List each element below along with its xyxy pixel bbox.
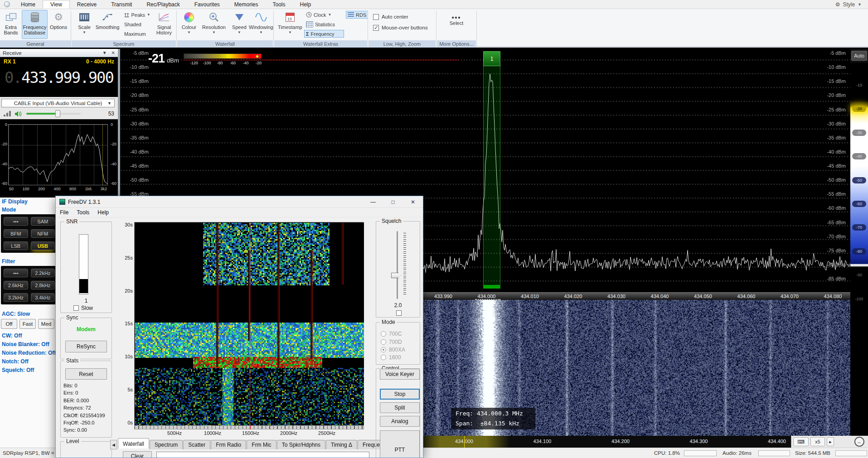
extra-bands-button[interactable]: Extra Bands — [1, 10, 21, 39]
squelch-slider-handle[interactable] — [391, 273, 401, 278]
range-slider-label[interactable]: -70 — [852, 224, 866, 231]
squelch-slider-track[interactable] — [397, 231, 398, 299]
range-slider-label[interactable]: -20 — [852, 106, 866, 112]
auto-range-button[interactable]: Auto — [851, 51, 867, 61]
minimize-button[interactable]: — — [363, 196, 383, 207]
filter-button[interactable]: 2.8kHz — [31, 281, 55, 289]
maximum-button[interactable]: Maximum — [122, 30, 152, 38]
colour-button[interactable]: Colour▼ — [179, 10, 199, 39]
mouse-over-buttons-checkbox[interactable]: Mouse-over buttons — [373, 24, 428, 32]
menu-item[interactable]: Favourites — [187, 0, 227, 9]
tuned-channel-highlight[interactable] — [483, 51, 500, 289]
range-slider-label[interactable]: -90 — [852, 272, 866, 278]
mode-radio[interactable]: 1600 — [381, 354, 401, 361]
agc-button[interactable]: Off — [1, 319, 17, 329]
menu-item[interactable]: Receive — [70, 0, 104, 9]
ptt-button[interactable]: PTT — [380, 430, 420, 458]
rx-marker-1[interactable]: 1 — [483, 51, 500, 66]
zoom-level-button[interactable]: x5 — [810, 437, 825, 446]
range-slider-label[interactable]: -40 — [852, 153, 866, 159]
menu-item[interactable]: Tools — [266, 0, 293, 9]
freedv-waterfall-plot[interactable] — [134, 222, 364, 425]
freedv-tab[interactable]: Scatter — [183, 440, 210, 449]
menu-item[interactable]: Rec/Playback — [139, 0, 187, 9]
freedv-tab[interactable]: Waterfall — [118, 438, 149, 448]
panel-close-icon[interactable]: ✕ — [112, 50, 115, 55]
menu-item[interactable]: Home — [14, 0, 43, 9]
split-button[interactable]: Split — [380, 402, 420, 413]
app-icon[interactable] — [0, 0, 14, 9]
shaded-button[interactable]: Shaded — [122, 20, 152, 28]
stop-button[interactable]: Stop — [380, 389, 420, 400]
freedv-menu-item[interactable]: File — [56, 209, 73, 216]
squelch-checkbox[interactable] — [396, 310, 402, 316]
settings-gear-icon[interactable]: ⚙ — [835, 1, 840, 8]
menu-item[interactable]: Transmit — [104, 0, 139, 9]
volume-slider[interactable] — [26, 113, 81, 115]
range-slider-label[interactable]: -10 — [852, 82, 866, 88]
waterfall-palette-bar[interactable] — [184, 53, 262, 59]
palette-marker-dot[interactable] — [256, 55, 259, 58]
auto-center-checkbox[interactable]: Auto center — [373, 13, 428, 21]
freedv-menu-item[interactable]: Tools — [73, 209, 93, 216]
freedv-tab[interactable]: Spectrum — [150, 440, 183, 449]
freedv-window[interactable]: FreeDV 1.3.1 — □ ✕ FileToolsHelp SNR 1 S… — [55, 196, 423, 458]
zoom-arrow-button[interactable]: ▸ — [827, 437, 834, 446]
receive-panel-header[interactable]: Receive ▼ ✕ — [0, 49, 118, 57]
panel-dropdown-icon[interactable]: ▼ — [102, 50, 107, 55]
smoothing-button[interactable]: Smoothing — [94, 10, 121, 39]
range-slider-label[interactable]: -80 — [852, 248, 866, 255]
range-slider-label[interactable]: -100 — [852, 296, 866, 302]
options-button[interactable]: ⚙ Options — [48, 10, 68, 39]
speed-button[interactable]: Speed▼ — [229, 10, 249, 39]
tab-scroll-left-button[interactable]: ◀ — [110, 440, 117, 449]
dsp-status-label[interactable]: Noise Reduction: Off — [2, 350, 57, 356]
resync-button[interactable]: ReSync — [65, 341, 107, 352]
frequ ency-database-button[interactable]: Frequency Database — [22, 10, 48, 39]
range-slider-label[interactable]: -60 — [852, 201, 866, 207]
timestamp-button[interactable]: Timestamp▼ — [278, 10, 302, 39]
signal-history-button[interactable]: Signal History — [153, 10, 175, 39]
menu-item[interactable]: Memories — [227, 0, 266, 9]
agc-button[interactable]: Med — [38, 319, 54, 329]
freedv-tab[interactable]: Frm Mic — [247, 440, 276, 449]
tuned-frequency[interactable]: 0.433.999.900 — [0, 68, 118, 87]
dsp-status-label[interactable]: Squelch: Off — [2, 367, 57, 373]
freedv-tab[interactable]: To Spkr/Hdphns — [277, 440, 325, 449]
peaks-button[interactable]: Peaks▼ — [122, 11, 152, 19]
voice-keyer-button[interactable]: Voice Keyer — [380, 369, 420, 380]
speaker-icon[interactable] — [15, 111, 23, 117]
analog-button[interactable]: Analog — [380, 416, 420, 427]
mode-radio[interactable]: 700C — [381, 331, 402, 337]
freedv-titlebar[interactable]: FreeDV 1.3.1 — □ ✕ — [56, 196, 423, 208]
clear-button[interactable]: Clear — [123, 451, 152, 458]
freedv-menu-item[interactable]: Help — [93, 209, 113, 216]
menu-item[interactable]: Help — [293, 0, 319, 9]
range-slider-label[interactable]: -30 — [852, 130, 866, 136]
style-menu[interactable]: Style — [843, 1, 855, 8]
select-button[interactable]: ••• Select — [445, 14, 468, 43]
dsp-status-label[interactable]: CW: Off — [2, 333, 57, 339]
windowing-button[interactable]: Windowing▼ — [250, 10, 272, 39]
level-bars-icon[interactable] — [4, 111, 11, 116]
range-slider-label[interactable]: -50 — [852, 177, 866, 183]
resolution-button[interactable]: Resolution▼ — [200, 10, 228, 39]
text-output-field[interactable] — [156, 452, 369, 458]
mode-button[interactable]: ••• — [4, 217, 28, 226]
statistics-button[interactable]: Statistics — [304, 20, 344, 28]
mode-radio[interactable]: 700D — [381, 339, 402, 345]
rds-button[interactable]: RDS — [346, 11, 368, 19]
freedv-tab[interactable]: Frm Radio — [211, 440, 246, 449]
mode-radio[interactable]: 800XA — [381, 347, 405, 353]
filter-button[interactable]: 3.4kHz — [31, 293, 55, 302]
pan-reset-button[interactable]: ↔ — [854, 437, 864, 447]
agc-button[interactable]: Fast — [19, 319, 36, 329]
volume-slider-handle[interactable] — [55, 110, 60, 117]
mode-button[interactable]: LSB — [4, 241, 28, 250]
mode-button[interactable]: USB — [31, 241, 55, 250]
snr-slow-checkbox[interactable]: Slow — [73, 305, 93, 311]
menu-item[interactable]: View — [43, 0, 70, 9]
scale-button[interactable]: Scale▼ — [75, 10, 94, 39]
filter-button[interactable]: 3.2kHz — [4, 293, 28, 302]
mode-button[interactable]: SAM — [31, 217, 55, 226]
